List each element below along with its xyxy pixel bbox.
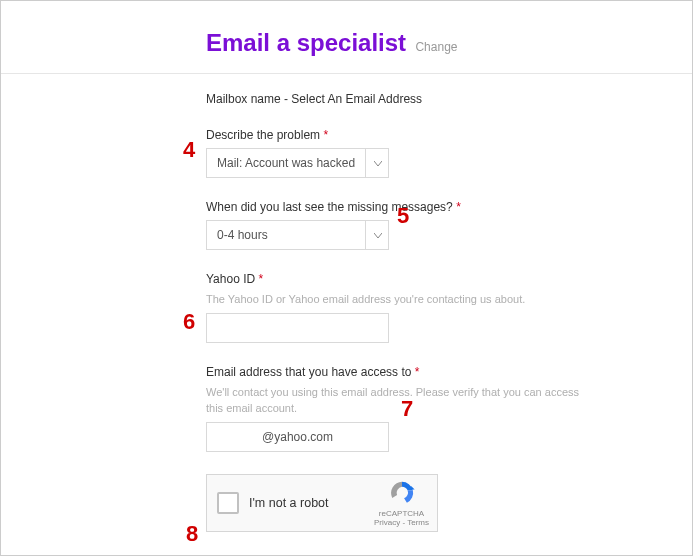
problem-label: Describe the problem * (206, 128, 681, 142)
recaptcha-box: I'm not a robot reCAPTCHA Privacy - Term… (206, 474, 438, 532)
yahoo-id-label: Yahoo ID * (206, 272, 681, 286)
contact-email-field-group: Email address that you have access to * … (206, 365, 681, 452)
required-asterisk: * (259, 272, 264, 286)
lastseen-select-value[interactable]: 0-4 hours (206, 220, 389, 250)
page-header: Email a specialist Change (1, 1, 692, 74)
recaptcha-checkbox[interactable] (217, 492, 239, 514)
yahoo-id-label-text: Yahoo ID (206, 272, 255, 286)
yahoo-id-help: The Yahoo ID or Yahoo email address you'… (206, 292, 586, 307)
change-link[interactable]: Change (415, 40, 457, 54)
lastseen-select[interactable]: 0-4 hours (206, 220, 389, 250)
required-asterisk: * (323, 128, 328, 142)
contact-email-help: We'll contact you using this email addre… (206, 385, 586, 416)
lastseen-label: When did you last see the missing messag… (206, 200, 681, 214)
problem-select[interactable]: Mail: Account was hacked (206, 148, 389, 178)
svg-marker-0 (411, 486, 415, 490)
page-title: Email a specialist (206, 29, 406, 57)
recaptcha-brand: reCAPTCHA Privacy - Terms (374, 479, 429, 528)
required-asterisk: * (456, 200, 461, 214)
problem-field-group: Describe the problem * Mail: Account was… (206, 128, 681, 178)
form: Mailbox name - Select An Email Address D… (1, 74, 681, 556)
contact-email-input[interactable] (206, 422, 389, 452)
recaptcha-label: I'm not a robot (249, 496, 374, 510)
contact-email-label-text: Email address that you have access to (206, 365, 411, 379)
required-asterisk: * (415, 365, 420, 379)
mailbox-name-line: Mailbox name - Select An Email Address (206, 92, 681, 106)
contact-email-label: Email address that you have access to * (206, 365, 681, 379)
recaptcha-links[interactable]: Privacy - Terms (374, 518, 429, 528)
lastseen-field-group: When did you last see the missing messag… (206, 200, 681, 250)
problem-label-text: Describe the problem (206, 128, 320, 142)
recaptcha-brand-text: reCAPTCHA (374, 509, 429, 519)
yahoo-id-input[interactable] (206, 313, 389, 343)
lastseen-label-text: When did you last see the missing messag… (206, 200, 453, 214)
yahoo-id-field-group: Yahoo ID * The Yahoo ID or Yahoo email a… (206, 272, 681, 343)
recaptcha-icon (388, 479, 416, 507)
problem-select-value[interactable]: Mail: Account was hacked (206, 148, 389, 178)
